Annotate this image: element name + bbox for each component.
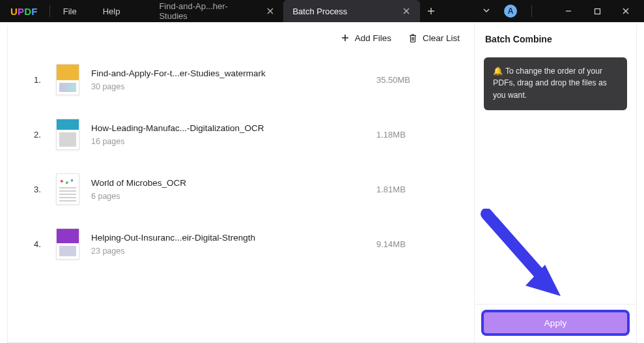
menu-bar: File Help bbox=[58, 7, 126, 16]
file-pages: 16 pages bbox=[91, 137, 376, 146]
file-list: 1. Find-and-Apply-For-t...er-Studies_wat… bbox=[8, 50, 474, 342]
workspace: Add Files Clear List 1. Find-and-Apply-F… bbox=[7, 22, 637, 343]
panel-title: Batch Combine bbox=[475, 22, 636, 52]
file-name: How-Leading-Manufac...-Digitalization_OC… bbox=[91, 123, 280, 133]
file-size: 35.50MB bbox=[376, 75, 474, 85]
list-item[interactable]: 3. World of Microbes_OCR 6 pages 1.81MB bbox=[8, 162, 474, 216]
tab-batch-label: Batch Process bbox=[292, 7, 347, 16]
file-info: How-Leading-Manufac...-Digitalization_OC… bbox=[91, 123, 376, 146]
document-tabs: Find-and-Ap...her-Studies Batch Process bbox=[150, 0, 442, 22]
clear-list-label: Clear List bbox=[423, 33, 460, 43]
main-pane: Add Files Clear List 1. Find-and-Apply-F… bbox=[8, 22, 475, 342]
apply-label: Apply bbox=[544, 318, 567, 328]
plus-icon bbox=[341, 33, 350, 42]
tab-document[interactable]: Find-and-Ap...her-Studies bbox=[150, 0, 283, 22]
titlebar: UPDF File Help Find-and-Ap...her-Studies… bbox=[0, 0, 644, 22]
menu-file[interactable]: File bbox=[63, 7, 77, 16]
file-thumbnail bbox=[56, 64, 79, 95]
right-panel: Batch Combine 🔔To change the order of yo… bbox=[475, 22, 636, 342]
maximize-button[interactable] bbox=[583, 0, 611, 22]
hint-box: 🔔To change the order of your PDFs, drag … bbox=[484, 57, 627, 110]
close-icon[interactable] bbox=[266, 7, 274, 16]
bell-icon: 🔔 bbox=[493, 67, 503, 76]
window-controls bbox=[554, 0, 640, 22]
chevron-down-icon[interactable] bbox=[479, 6, 494, 17]
new-tab-button[interactable] bbox=[420, 0, 442, 22]
file-size: 1.81MB bbox=[376, 185, 474, 194]
file-thumbnail bbox=[56, 228, 79, 260]
close-icon[interactable] bbox=[402, 7, 411, 16]
add-files-button[interactable]: Add Files bbox=[341, 33, 391, 43]
menu-help[interactable]: Help bbox=[103, 7, 120, 16]
file-info: Find-and-Apply-For-t...er-Studies_waterm… bbox=[91, 68, 376, 91]
file-pages: 23 pages bbox=[91, 246, 376, 256]
add-files-label: Add Files bbox=[355, 33, 391, 43]
divider bbox=[531, 5, 532, 17]
divider bbox=[49, 5, 50, 17]
close-window-button[interactable] bbox=[611, 0, 640, 22]
row-number: 1. bbox=[34, 75, 46, 85]
file-thumbnail bbox=[56, 119, 79, 150]
apply-button[interactable]: Apply bbox=[484, 312, 627, 333]
list-item[interactable]: 2. How-Leading-Manufac...-Digitalization… bbox=[8, 107, 474, 162]
svg-rect-0 bbox=[595, 8, 600, 14]
clear-list-button[interactable]: Clear List bbox=[408, 33, 460, 43]
file-thumbnail bbox=[56, 173, 79, 205]
file-info: World of Microbes_OCR 6 pages bbox=[91, 178, 376, 201]
app-logo: UPDF bbox=[0, 6, 47, 17]
file-pages: 30 pages bbox=[91, 82, 376, 91]
avatar[interactable]: A bbox=[504, 5, 517, 18]
file-size: 1.18MB bbox=[376, 130, 474, 140]
file-pages: 6 pages bbox=[91, 192, 376, 201]
tab-batch-process[interactable]: Batch Process bbox=[283, 0, 420, 22]
tab-document-label: Find-and-Ap...her-Studies bbox=[159, 1, 250, 21]
avatar-initial: A bbox=[508, 7, 514, 16]
list-item[interactable]: 1. Find-and-Apply-For-t...er-Studies_wat… bbox=[8, 52, 474, 107]
trash-icon bbox=[408, 33, 417, 43]
titlebar-right: A bbox=[479, 0, 644, 22]
file-name: Helping-Out-Insuranc...eir-Digital-Stren… bbox=[91, 233, 280, 243]
minimize-button[interactable] bbox=[554, 0, 583, 22]
file-name: World of Microbes_OCR bbox=[91, 178, 280, 188]
file-info: Helping-Out-Insuranc...eir-Digital-Stren… bbox=[91, 233, 376, 256]
row-number: 2. bbox=[34, 130, 46, 140]
file-name: Find-and-Apply-For-t...er-Studies_waterm… bbox=[91, 68, 280, 78]
file-size: 9.14MB bbox=[376, 239, 474, 249]
hint-text: To change the order of your PDFs, drag a… bbox=[493, 67, 607, 100]
list-item[interactable]: 4. Helping-Out-Insuranc...eir-Digital-St… bbox=[8, 216, 474, 271]
row-number: 3. bbox=[34, 185, 46, 194]
apply-container: Apply bbox=[475, 304, 636, 342]
toolbar: Add Files Clear List bbox=[8, 22, 474, 50]
row-number: 4. bbox=[34, 239, 46, 249]
